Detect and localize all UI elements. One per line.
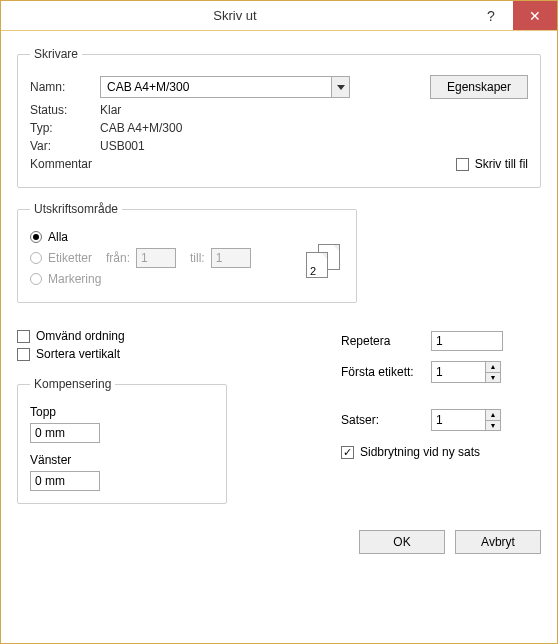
printer-name-row: Namn: CAB A4+M/300 Egenskaper — [30, 75, 528, 99]
printer-status-row: Status: Klar — [30, 103, 528, 117]
mid-right: Repetera 1 Första etikett: 1 ▲ ▼ Satser: — [341, 321, 541, 463]
chevron-down-icon[interactable] — [331, 77, 349, 97]
batches-down[interactable]: ▼ — [486, 420, 500, 431]
printer-type-label: Typ: — [30, 121, 100, 135]
titlebar-buttons: ? ✕ — [469, 1, 557, 30]
first-label-row: Första etikett: 1 ▲ ▼ — [341, 361, 541, 383]
printer-type-value: CAB A4+M/300 — [100, 121, 182, 135]
range-to-label: till: — [190, 251, 205, 265]
printer-comment-label: Kommentar — [30, 157, 92, 171]
range-labels-row: Etiketter från: 1 till: 1 — [30, 248, 344, 268]
help-button[interactable]: ? — [469, 1, 513, 30]
printer-name-value: CAB A4+M/300 — [101, 80, 331, 94]
print-to-file-label: Skriv till fil — [475, 157, 528, 171]
printer-status-value: Klar — [100, 103, 121, 117]
printer-status-label: Status: — [30, 103, 100, 117]
first-label-spin[interactable]: 1 ▲ ▼ — [431, 361, 541, 383]
printer-where-row: Var: USB001 — [30, 139, 528, 153]
range-labels-radio — [30, 252, 42, 264]
first-label-label: Första etikett: — [341, 365, 431, 379]
titlebar: Skriv ut ? ✕ — [1, 1, 557, 31]
range-selection-row: Markering — [30, 272, 344, 286]
range-all-row[interactable]: Alla — [30, 230, 344, 244]
comp-top-label: Topp — [30, 405, 214, 419]
print-to-file-checkbox[interactable] — [456, 158, 469, 171]
reverse-order-checkbox[interactable] — [17, 330, 30, 343]
pagebreak-checkbox[interactable]: ✓ — [341, 446, 354, 459]
range-from-input: 1 — [136, 248, 176, 268]
first-label-up[interactable]: ▲ — [486, 362, 500, 372]
close-button[interactable]: ✕ — [513, 1, 557, 30]
print-to-file-wrap: Skriv till fil — [456, 157, 528, 171]
first-label-input[interactable]: 1 — [431, 361, 485, 383]
batches-label: Satser: — [341, 413, 431, 427]
pagebreak-row[interactable]: ✓ Sidbrytning vid ny sats — [341, 445, 541, 459]
window-title: Skriv ut — [1, 1, 469, 30]
print-range-group: Utskriftsområde Alla Etiketter från: 1 t… — [17, 202, 357, 303]
compensation-legend: Kompensering — [30, 377, 115, 391]
comp-top-input[interactable]: 0 mm — [30, 423, 100, 443]
range-labels-label: Etiketter — [48, 251, 92, 265]
mid-left: Omvänd ordning Sortera vertikalt Kompens… — [17, 321, 301, 512]
printer-name-combo[interactable]: CAB A4+M/300 — [100, 76, 350, 98]
sort-vertical-row[interactable]: Sortera vertikalt — [17, 347, 301, 361]
range-from-label: från: — [106, 251, 130, 265]
footer: OK Avbryt — [17, 512, 541, 554]
first-label-down[interactable]: ▼ — [486, 372, 500, 383]
compensation-group: Kompensering Topp 0 mm Vänster 0 mm — [17, 377, 227, 504]
repeat-label: Repetera — [341, 334, 431, 348]
range-all-label: Alla — [48, 230, 68, 244]
printer-group: Skrivare Namn: CAB A4+M/300 Egenskaper S… — [17, 47, 541, 188]
printer-name-label: Namn: — [30, 80, 100, 94]
reverse-order-label: Omvänd ordning — [36, 329, 125, 343]
printer-legend: Skrivare — [30, 47, 82, 61]
pages-icon: 2 2 — [306, 244, 344, 278]
printer-where-value: USB001 — [100, 139, 145, 153]
properties-button[interactable]: Egenskaper — [430, 75, 528, 99]
range-to-input: 1 — [211, 248, 251, 268]
print-range-legend: Utskriftsområde — [30, 202, 122, 216]
batches-up[interactable]: ▲ — [486, 410, 500, 420]
reverse-order-row[interactable]: Omvänd ordning — [17, 329, 301, 343]
cancel-button[interactable]: Avbryt — [455, 530, 541, 554]
sort-vertical-checkbox[interactable] — [17, 348, 30, 361]
printer-type-row: Typ: CAB A4+M/300 — [30, 121, 528, 135]
batches-spin[interactable]: 1 ▲ ▼ — [431, 409, 541, 431]
comp-left-input[interactable]: 0 mm — [30, 471, 100, 491]
range-selection-radio — [30, 273, 42, 285]
range-all-radio[interactable] — [30, 231, 42, 243]
printer-where-label: Var: — [30, 139, 100, 153]
page-front-number: 2 — [310, 265, 316, 277]
print-dialog: Skriv ut ? ✕ Skrivare Namn: CAB A4+M/300… — [0, 0, 558, 644]
repeat-row: Repetera 1 — [341, 331, 541, 351]
comp-left-label: Vänster — [30, 453, 214, 467]
dialog-body: Skrivare Namn: CAB A4+M/300 Egenskaper S… — [1, 31, 557, 643]
mid-section: Omvänd ordning Sortera vertikalt Kompens… — [17, 321, 541, 512]
repeat-input[interactable]: 1 — [431, 331, 503, 351]
sort-vertical-label: Sortera vertikalt — [36, 347, 120, 361]
batches-input[interactable]: 1 — [431, 409, 485, 431]
pagebreak-label: Sidbrytning vid ny sats — [360, 445, 480, 459]
ok-button[interactable]: OK — [359, 530, 445, 554]
range-selection-label: Markering — [48, 272, 101, 286]
printer-comment-row: Kommentar Skriv till fil — [30, 157, 528, 171]
batches-row: Satser: 1 ▲ ▼ — [341, 409, 541, 431]
